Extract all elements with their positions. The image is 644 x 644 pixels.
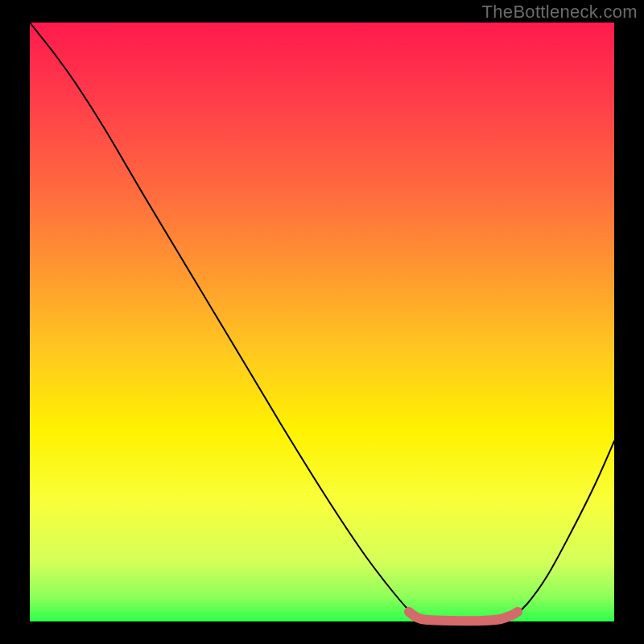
chart-container: TheBottleneck.com <box>0 0 644 644</box>
watermark-text: TheBottleneck.com <box>482 2 638 23</box>
plot-gradient-background <box>30 23 614 621</box>
bottleneck-chart <box>0 0 644 644</box>
